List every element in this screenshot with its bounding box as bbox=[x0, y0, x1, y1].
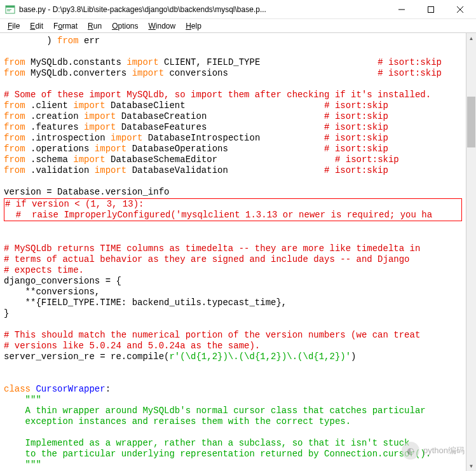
menu-window[interactable]: Window bbox=[144, 20, 181, 32]
code-editor[interactable]: ) from err from MySQLdb.constants import… bbox=[0, 33, 466, 471]
menu-options[interactable]: Options bbox=[107, 20, 143, 32]
minimize-button[interactable] bbox=[387, 0, 416, 19]
maximize-button[interactable] bbox=[416, 0, 445, 19]
highlighted-block: # if version < (1, 3, 13): # raise Impro… bbox=[4, 198, 462, 221]
watermark-icon: ◐ bbox=[402, 442, 419, 460]
vertical-scrollbar[interactable]: ▲ ▼ bbox=[466, 33, 476, 471]
close-button[interactable] bbox=[445, 0, 475, 19]
editor-area: ) from err from MySQLdb.constants import… bbox=[0, 33, 476, 471]
svg-rect-1 bbox=[6, 6, 15, 8]
app-icon bbox=[5, 4, 15, 15]
menu-help[interactable]: Help bbox=[180, 20, 207, 32]
menu-edit[interactable]: Edit bbox=[25, 20, 48, 32]
svg-rect-5 bbox=[428, 6, 434, 12]
scroll-up-arrow[interactable]: ▲ bbox=[466, 33, 476, 43]
menubar: File Edit Format Run Options Window Help bbox=[0, 19, 476, 33]
window-title: base.py - D:\py3.8\Lib\site-packages\dja… bbox=[19, 5, 387, 14]
scroll-thumb[interactable] bbox=[467, 97, 475, 147]
window-controls bbox=[387, 0, 475, 19]
menu-format[interactable]: Format bbox=[48, 20, 83, 32]
scroll-down-arrow[interactable]: ▼ bbox=[466, 461, 476, 471]
menu-file[interactable]: File bbox=[3, 20, 25, 32]
watermark-text: python编码 bbox=[423, 445, 465, 456]
menu-run[interactable]: Run bbox=[83, 20, 107, 32]
titlebar: base.py - D:\py3.8\Lib\site-packages\dja… bbox=[0, 0, 476, 19]
watermark: ◐ python编码 bbox=[402, 442, 465, 460]
